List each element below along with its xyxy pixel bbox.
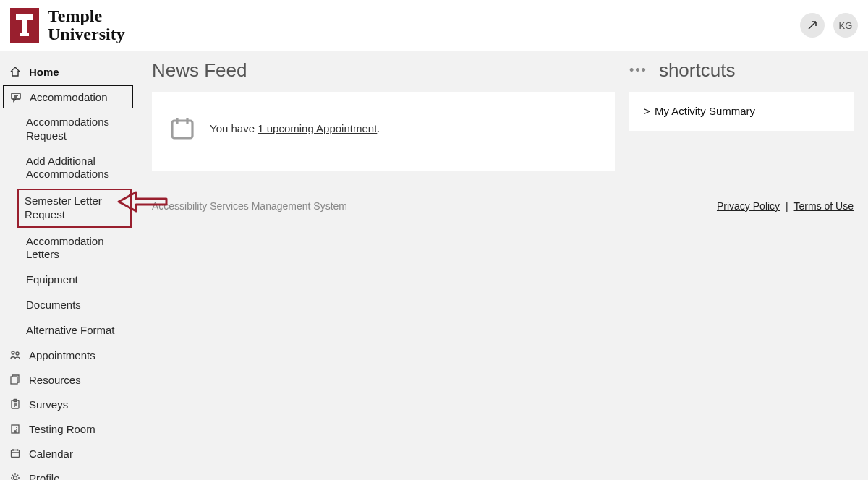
svg-rect-12	[172, 121, 192, 138]
svg-rect-6	[11, 377, 17, 384]
clipboard-icon	[9, 398, 22, 411]
sidebar-item-label: Resources	[29, 374, 81, 386]
sidebar-item-resources[interactable]: Resources	[0, 367, 137, 392]
sidebar-item-calendar[interactable]: Calendar	[0, 441, 137, 466]
shortcuts-title: shortcuts	[659, 59, 736, 82]
sidebar-sub-accommodation-letters[interactable]: Accommodation Letters	[0, 229, 137, 268]
svg-point-4	[12, 351, 14, 354]
sidebar-item-accommodation[interactable]: Accommodation	[3, 85, 133, 108]
news-message: You have 1 upcoming Appointment.	[210, 122, 380, 134]
sidebar-item-label: Home	[29, 66, 59, 78]
sidebar-sub-alternative-format[interactable]: Alternative Format	[0, 318, 137, 343]
people-icon	[9, 348, 22, 361]
chat-icon	[9, 90, 22, 103]
user-avatar[interactable]: KG	[833, 13, 858, 38]
svg-point-5	[16, 352, 19, 355]
footer: Accessibility Services Management System…	[152, 200, 854, 212]
svg-rect-3	[12, 93, 20, 99]
annotation-arrow-icon	[116, 188, 168, 215]
sidebar-sub-add-additional[interactable]: Add Additional Accommodations	[0, 149, 137, 188]
sidebar-item-label: Calendar	[29, 447, 73, 460]
calendar-icon	[168, 113, 197, 142]
sidebar-item-surveys[interactable]: Surveys	[0, 392, 137, 416]
svg-rect-2	[20, 33, 29, 36]
building-icon	[9, 422, 22, 435]
sidebar-item-label: Surveys	[29, 398, 68, 411]
sidebar-sub-equipment[interactable]: Equipment	[0, 267, 137, 293]
sidebar-item-testing-room[interactable]: Testing Room	[0, 416, 137, 441]
sidebar-item-label: Appointments	[29, 349, 95, 361]
top-bar: Temple University KG	[0, 0, 868, 51]
footer-system-name: Accessibility Services Management System	[152, 200, 347, 212]
more-icon[interactable]: •••	[629, 63, 647, 78]
sidebar-sub-documents[interactable]: Documents	[0, 293, 137, 318]
logo-mark	[10, 8, 39, 43]
folder-icon	[9, 373, 22, 386]
news-card: You have 1 upcoming Appointment.	[152, 92, 615, 171]
sidebar-item-label: Testing Room	[29, 423, 95, 435]
svg-rect-10	[12, 450, 20, 458]
sidebar-item-label: Profile	[29, 472, 60, 480]
shortcuts-card: > My Activity Summary	[629, 92, 854, 131]
svg-rect-1	[22, 14, 27, 36]
sidebar-item-appointments[interactable]: Appointments	[0, 343, 137, 367]
sidebar-sub-semester-letter[interactable]: Semester Letter Request	[17, 189, 132, 228]
my-activity-summary-link[interactable]: > My Activity Summary	[644, 105, 755, 117]
sidebar-item-home[interactable]: Home	[0, 59, 137, 84]
svg-point-11	[14, 476, 17, 480]
gear-icon	[9, 471, 22, 480]
sidebar-item-label: Accommodation	[30, 91, 108, 103]
upcoming-appointment-link[interactable]: 1 upcoming Appointment	[258, 122, 377, 134]
footer-separator: |	[783, 200, 791, 212]
terms-of-use-link[interactable]: Terms of Use	[794, 200, 854, 212]
sidebar: Home Accommodation Accommodations Reques…	[0, 51, 137, 480]
sidebar-item-profile[interactable]: Profile	[0, 466, 137, 480]
expand-icon[interactable]	[800, 13, 825, 38]
main-content: News Feed You have 1 upcoming Appointmen…	[137, 51, 868, 480]
sidebar-sub-accommodations-request[interactable]: Accommodations Request	[0, 110, 137, 149]
logo[interactable]: Temple University	[10, 7, 125, 43]
svg-rect-9	[12, 425, 19, 433]
home-icon	[9, 65, 22, 78]
logo-text: Temple University	[48, 7, 125, 43]
news-feed-title: News Feed	[152, 59, 615, 82]
privacy-policy-link[interactable]: Privacy Policy	[717, 200, 780, 212]
calendar-icon	[9, 447, 22, 460]
